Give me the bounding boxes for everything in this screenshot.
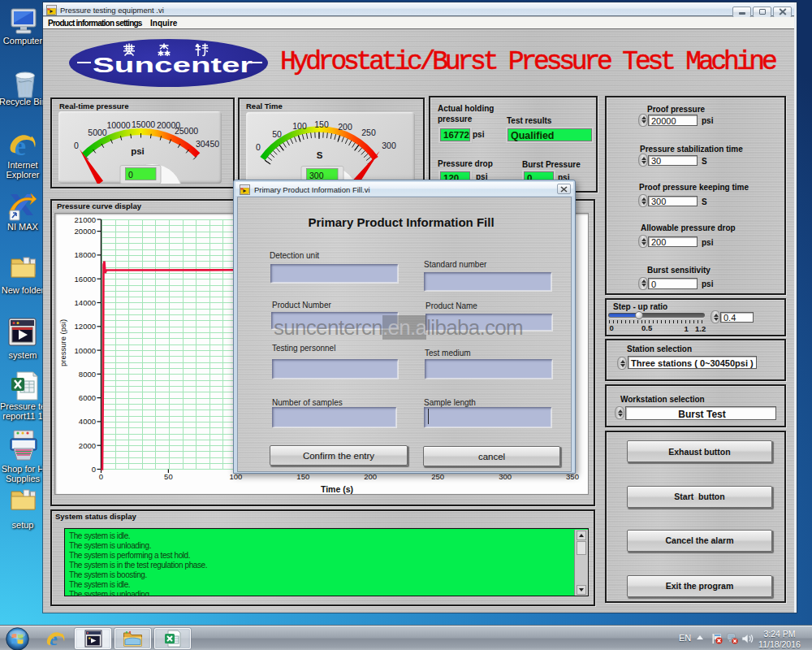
svg-text:15000: 15000 — [132, 119, 155, 129]
svg-text:150: 150 — [314, 119, 329, 129]
svg-text:200: 200 — [338, 122, 352, 132]
svg-text:8000: 8000 — [79, 370, 96, 379]
svg-text:0: 0 — [92, 465, 96, 474]
svg-text:psi: psi — [131, 146, 145, 156]
svg-text:25000: 25000 — [175, 126, 198, 136]
svg-text:50: 50 — [164, 472, 173, 481]
svg-text:100: 100 — [292, 121, 307, 131]
svg-text:10000: 10000 — [75, 346, 96, 355]
svg-text:300: 300 — [382, 141, 396, 150]
svg-text:300: 300 — [309, 171, 324, 180]
svg-text:14000: 14000 — [75, 298, 96, 307]
svg-text:pressure (psi): pressure (psi) — [58, 319, 67, 366]
svg-text:2000: 2000 — [79, 441, 96, 450]
svg-text:30450: 30450 — [196, 139, 219, 149]
svg-text:21000: 21000 — [75, 215, 96, 224]
svg-text:16000: 16000 — [75, 275, 96, 284]
svg-text:50: 50 — [272, 129, 282, 139]
svg-text:12000: 12000 — [75, 322, 96, 331]
svg-text:0: 0 — [256, 142, 261, 152]
svg-text:0: 0 — [74, 141, 79, 150]
svg-text:0: 0 — [128, 170, 133, 180]
svg-text:4000: 4000 — [79, 417, 96, 426]
svg-text:S: S — [317, 150, 323, 160]
svg-text:20000: 20000 — [75, 227, 96, 236]
svg-text:10000: 10000 — [106, 120, 130, 130]
svg-text:0: 0 — [99, 472, 103, 481]
svg-text:5000: 5000 — [88, 128, 107, 137]
svg-text:6000: 6000 — [79, 393, 96, 402]
svg-text:250: 250 — [361, 128, 376, 137]
svg-text:18000: 18000 — [75, 250, 96, 259]
svg-text:Time (s): Time (s) — [321, 484, 353, 494]
